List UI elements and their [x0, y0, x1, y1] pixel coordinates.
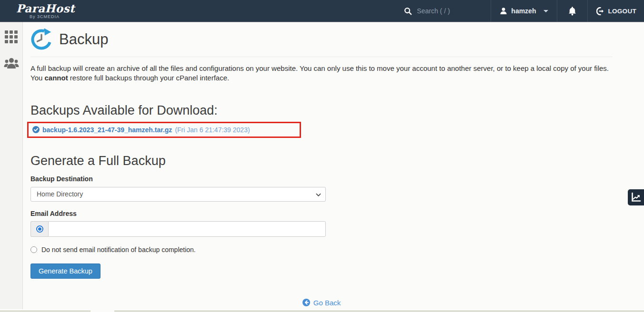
- backups-heading: Backups Available for Download:: [30, 103, 613, 118]
- search-box[interactable]: [395, 0, 491, 22]
- notifications-button[interactable]: [557, 0, 587, 22]
- no-email-radio[interactable]: [30, 246, 37, 253]
- search-input[interactable]: [417, 7, 483, 15]
- logout-label: LOGOUT: [608, 8, 636, 15]
- backup-list-highlighted: backup-1.6.2023_21-47-39_hamzeh.tar.gz (…: [27, 122, 301, 138]
- logout-button[interactable]: LOGOUT: [587, 0, 644, 22]
- username-label: hamzeh: [511, 7, 536, 15]
- users-icon: [4, 57, 19, 69]
- page-description: A full backup will create an archive of …: [30, 64, 613, 83]
- backup-download-link[interactable]: backup-1.6.2023_21-47-39_hamzeh.tar.gz: [42, 126, 172, 134]
- email-field[interactable]: [48, 221, 326, 237]
- description-bold: cannot: [44, 74, 68, 82]
- backup-destination-select[interactable]: Home Directory: [30, 187, 326, 202]
- brand-title: ParaHost: [16, 3, 75, 14]
- generate-backup-button[interactable]: Generate Backup: [30, 263, 101, 279]
- statistics-tab-button[interactable]: [628, 189, 644, 205]
- bottom-divider: [114, 311, 644, 312]
- page-title: Backup: [59, 31, 108, 48]
- chevron-down-icon: [543, 10, 548, 12]
- email-radio-addon: [30, 221, 48, 237]
- left-sidebar: [0, 22, 23, 309]
- user-menu[interactable]: hamzeh: [491, 0, 557, 22]
- page-header: Backup: [30, 29, 613, 57]
- main-content: Backup A full backup will create an arch…: [23, 22, 644, 311]
- brand-logo[interactable]: ParaHost By 3CMEDIA: [0, 3, 75, 19]
- top-navbar: ParaHost By 3CMEDIA hamzeh LOGOUT: [0, 0, 644, 22]
- backup-destination-label: Backup Destination: [30, 175, 613, 183]
- email-input-group: [30, 221, 326, 237]
- go-back-link[interactable]: Go Back: [302, 299, 341, 307]
- backup-date: (Fri Jan 6 21:47:39 2023): [175, 126, 250, 134]
- search-icon: [404, 7, 412, 15]
- backup-list-item: backup-1.6.2023_21-47-39_hamzeh.tar.gz (…: [32, 126, 296, 134]
- send-email-radio[interactable]: [36, 225, 43, 233]
- no-email-label: Do not send email notification of backup…: [41, 246, 196, 254]
- backup-icon: [30, 29, 52, 50]
- bell-icon: [568, 6, 577, 16]
- logout-icon: [596, 7, 604, 15]
- brand-subtitle: By 3CMEDIA: [30, 15, 75, 19]
- arrow-left-circle-icon: [302, 299, 310, 306]
- go-back-label: Go Back: [313, 299, 341, 307]
- chart-icon: [631, 192, 641, 203]
- bottom-divider: [0, 311, 91, 312]
- sidebar-item-users[interactable]: [4, 56, 19, 70]
- email-address-label: Email Address: [30, 210, 613, 217]
- check-circle-icon: [32, 126, 40, 133]
- sidebar-item-apps[interactable]: [4, 29, 19, 44]
- grid-icon: [5, 30, 18, 43]
- user-icon: [500, 7, 507, 15]
- no-email-option: Do not send email notification of backup…: [30, 246, 613, 254]
- generate-heading: Generate a Full Backup: [30, 154, 613, 168]
